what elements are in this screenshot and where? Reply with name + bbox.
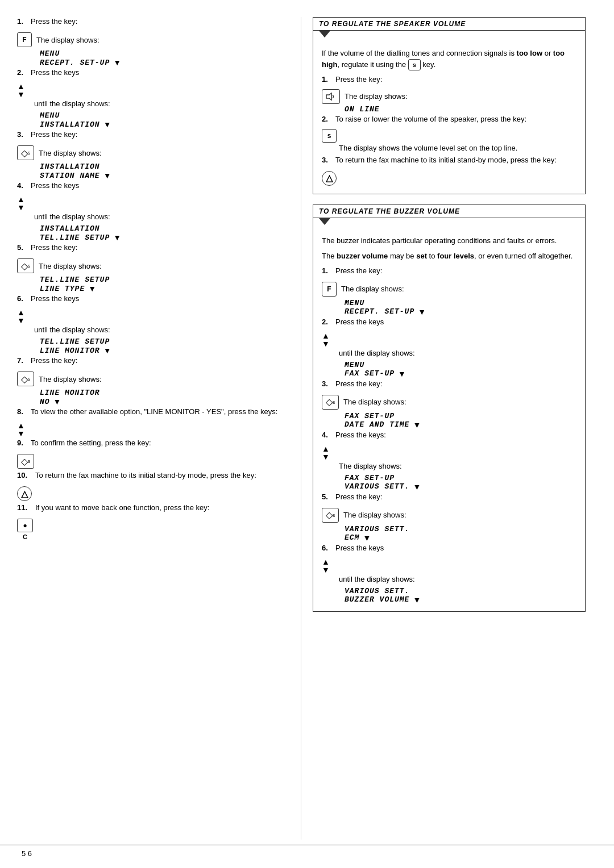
buzzer-updown-key-2[interactable]: ▲ ▼ xyxy=(322,445,330,461)
indent-6: until the display shows: xyxy=(34,326,289,334)
buzzer-display-text-6a: VARIOUS SETT. xyxy=(345,587,409,595)
stop-key-1[interactable]: △ xyxy=(17,486,32,501)
buzzer-key-row-updown-2: ▲ ▼ xyxy=(322,445,576,461)
display-6: TEL.LINE SETUP LINE MONITOR ▼ xyxy=(40,337,289,355)
buzzer-key-row-f: F The display shows: xyxy=(322,281,576,298)
display-5: TEL.LINE SETUP LINE TYPE ▼ xyxy=(40,276,289,293)
buzzer-step-2: 2. Press the keys xyxy=(322,318,576,326)
display-1: MENU RECEPT. SET-UP ▼ xyxy=(40,49,289,67)
speaker-step-num-2: 2. xyxy=(322,115,333,123)
display-text-2a: MENU xyxy=(40,111,60,120)
speaker-volume-box: To Regulate The Speaker Volume If the vo… xyxy=(313,17,586,194)
buzzer-until-text-6: until the display shows: xyxy=(339,575,415,583)
buzzer-indent-2: until the display shows: xyxy=(339,349,576,357)
display-text-5a: TEL.LINE SETUP xyxy=(40,276,110,284)
step-num-4: 4. xyxy=(17,181,28,190)
step-num-10: 10. xyxy=(17,471,33,479)
key-row-updown-3: ▲ ▼ xyxy=(17,308,289,324)
display-label-5: The display shows: xyxy=(39,262,102,270)
step-5: 5. Press the key: xyxy=(17,243,289,252)
arrow-4b: ▼ xyxy=(113,233,121,242)
buzzer-display-label-3: The display shows: xyxy=(343,398,406,406)
buzzer-step-4: 4. Press the keys: xyxy=(322,431,576,439)
key-row-stop-2: △ xyxy=(322,170,576,187)
key-row-diamond-4: ◇s xyxy=(17,453,289,470)
buzzer-display-1: MENU RECEPT. SET-UP ▼ xyxy=(345,299,576,316)
updown-key-2[interactable]: ▲ ▼ xyxy=(17,195,25,211)
display-text-3a: INSTALLATION xyxy=(40,162,100,171)
key-row-speaker: The display shows: xyxy=(322,89,576,104)
bottom-rule xyxy=(0,845,614,845)
key-row-f1: F The display shows: xyxy=(17,31,289,48)
step-text-5: Press the key: xyxy=(31,243,289,252)
speaker-display-1: ON LINE xyxy=(345,105,576,114)
c-key[interactable]: ● xyxy=(17,519,33,532)
step-num-9: 9. xyxy=(17,439,28,447)
diamond-key-3[interactable]: ◇s xyxy=(17,372,34,386)
stop-key-2[interactable]: △ xyxy=(322,171,337,186)
buzzer-step-num-1: 1. xyxy=(322,266,333,275)
buzzer-diamond-key-1[interactable]: ◇s xyxy=(322,395,339,410)
display-text-6b: LINE MONITOR xyxy=(40,347,100,355)
step-text-8: To view the other available option, "LIN… xyxy=(31,407,289,416)
buzzer-display-text-1b: RECEPT. SET-UP xyxy=(345,307,414,316)
buzzer-step-text-2: Press the keys xyxy=(335,318,576,326)
key-row-diamond-3: ◇s The display shows: xyxy=(17,370,289,387)
step-text-11: If you want to move back one function, p… xyxy=(35,503,289,512)
buzzer-box-body: The buzzer indicates particular operatin… xyxy=(313,229,585,611)
display-text-2b: INSTALLATION xyxy=(40,120,100,129)
buzzer-key-row-updown-3: ▲ ▼ xyxy=(322,558,576,574)
step-text-1: Press the key: xyxy=(31,17,289,26)
display-text-3b: STATION NAME xyxy=(40,172,100,180)
arrow-1b: ▼ xyxy=(113,58,121,67)
buzzer-arrow-4b: ▼ xyxy=(413,482,421,491)
s-key-inline[interactable]: s xyxy=(408,59,421,70)
buzzer-key-row-updown-1: ▲ ▼ xyxy=(322,332,576,348)
key-row-s-circle: s xyxy=(322,129,576,143)
buzzer-display-6: VARIOUS SETT. BUZZER VOLUME ▼ xyxy=(345,587,576,604)
buzzer-display-text-3a: FAX SET-UP xyxy=(345,412,395,420)
s-circle-key[interactable]: s xyxy=(322,129,337,143)
buzzer-updown-key-1[interactable]: ▲ ▼ xyxy=(322,332,330,348)
left-column: 1. Press the key: F The display shows: M… xyxy=(17,17,301,840)
speaker-display-text-1: ON LINE xyxy=(345,105,380,114)
indent-speaker-2: The display shows the volume level set o… xyxy=(339,144,576,152)
buzzer-notch xyxy=(319,218,330,225)
display-text-6a: TEL.LINE SETUP xyxy=(40,337,110,346)
step-10: 10. To return the fax machine to its ini… xyxy=(17,471,289,479)
step-num-1: 1. xyxy=(17,17,28,26)
diamond-key-2[interactable]: ◇s xyxy=(17,258,34,273)
diamond-key-1[interactable]: ◇s xyxy=(17,145,34,160)
c-key-wrapper: ● C xyxy=(17,518,33,540)
key-row-updown-2: ▲ ▼ xyxy=(17,195,289,211)
speaker-step-2: 2. To raise or lower the volume of the s… xyxy=(322,115,576,123)
display-label-3: The display shows: xyxy=(39,149,102,157)
updown-key-4[interactable]: ▲ ▼ xyxy=(17,422,25,437)
buzzer-display-label-4: The display shows: xyxy=(339,462,402,470)
display-text-7a: LINE MONITOR xyxy=(40,389,100,397)
step-9: 9. To confirm the setting, press the key… xyxy=(17,439,289,447)
step-text-9: To confirm the setting, press the key: xyxy=(31,439,289,447)
buzzer-step-text-3: Press the key: xyxy=(335,379,576,388)
buzzer-volume-box: To Regulate The Buzzer Volume The buzzer… xyxy=(313,205,586,612)
buzzer-updown-key-3[interactable]: ▲ ▼ xyxy=(322,558,330,574)
speaker-key[interactable] xyxy=(322,89,340,104)
right-column: To Regulate The Speaker Volume If the vo… xyxy=(301,17,586,840)
step-text-10: To return the fax machine to its initial… xyxy=(35,471,289,479)
step-text-6: Press the keys xyxy=(31,294,289,303)
speaker-step-text-2b: The display shows the volume level set o… xyxy=(339,144,517,152)
buzzer-arrow-5b: ▼ xyxy=(363,533,371,542)
diamond-key-4[interactable]: ◇s xyxy=(17,454,34,469)
key-row-stop-1: △ xyxy=(17,485,289,502)
buzzer-display-text-5a: VARIOUS SETT. xyxy=(345,525,409,533)
buzzer-f-key[interactable]: F xyxy=(322,282,337,297)
step-num-6: 6. xyxy=(17,294,28,303)
display-text-5b: LINE TYPE xyxy=(40,285,85,293)
f-key-1[interactable]: F xyxy=(17,32,32,47)
display-text-1b: RECEPT. SET-UP xyxy=(40,59,110,67)
updown-key-1[interactable]: ▲ ▼ xyxy=(17,82,25,98)
updown-key-3[interactable]: ▲ ▼ xyxy=(17,308,25,324)
buzzer-arrow-6b: ▼ xyxy=(413,595,421,604)
step-1: 1. Press the key: xyxy=(17,17,289,26)
buzzer-diamond-key-2[interactable]: ◇s xyxy=(322,508,339,523)
